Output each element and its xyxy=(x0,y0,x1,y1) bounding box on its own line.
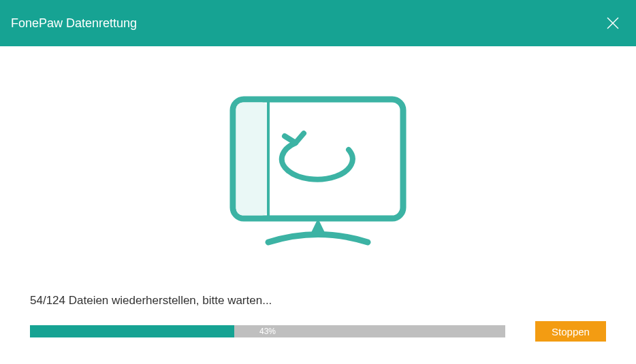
app-title: FonePaw Datenrettung xyxy=(11,16,137,31)
progress-percent-label: 43% xyxy=(259,327,276,336)
progress-bar: 43% xyxy=(30,325,505,337)
bottom-row: 43% Stoppen xyxy=(30,321,606,342)
main-content: 54/124 Dateien wiederherstellen, bitte w… xyxy=(0,46,636,364)
close-button[interactable] xyxy=(603,14,622,33)
monitor-refresh-icon xyxy=(227,94,409,250)
close-icon xyxy=(606,16,620,30)
svg-rect-3 xyxy=(236,103,269,216)
progress-fill xyxy=(30,325,234,337)
illustration xyxy=(30,46,606,250)
status-text: 54/124 Dateien wiederherstellen, bitte w… xyxy=(30,294,606,308)
titlebar: FonePaw Datenrettung xyxy=(0,0,636,46)
stop-button[interactable]: Stoppen xyxy=(535,321,606,342)
